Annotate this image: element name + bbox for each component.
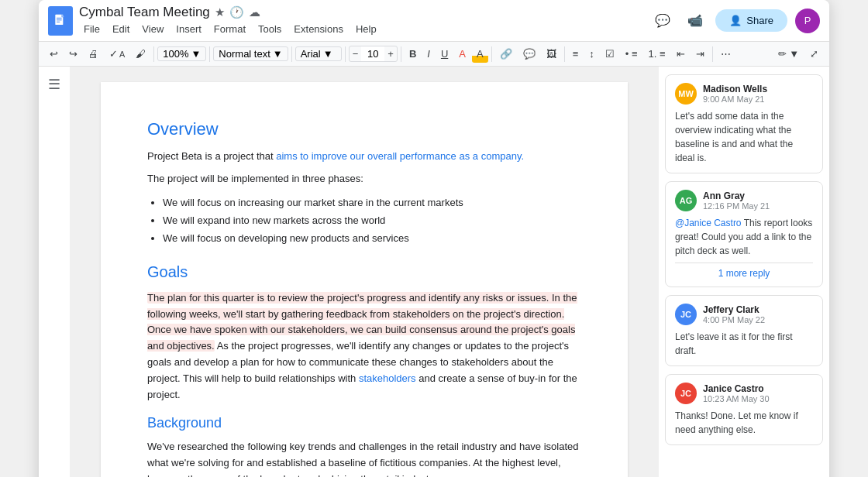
underline-button[interactable]: U: [436, 45, 453, 63]
background-text: We've researched the following key trend…: [147, 439, 581, 477]
comment-header-2: AG Ann Gray 12:16 PM May 21: [675, 190, 813, 211]
italic-button[interactable]: I: [422, 45, 435, 63]
doc-page: Overview Project Beta is a project that …: [101, 82, 628, 477]
editing-mode-button[interactable]: ✏ ▼: [773, 45, 804, 63]
comment-card-4: JC Janice Castro 10:23 AM May 30 Thanks!…: [665, 374, 823, 445]
comment-avatar-1: MW: [675, 83, 697, 105]
comment-author-2: Ann Gray: [703, 190, 770, 201]
expand-button[interactable]: ⤢: [805, 45, 823, 63]
font-size-increase-button[interactable]: +: [384, 46, 397, 61]
menu-extensions[interactable]: Extensions: [289, 22, 348, 36]
undo-button[interactable]: ↩: [45, 45, 63, 63]
menu-help[interactable]: Help: [351, 22, 381, 36]
toolbar-divider-7: [564, 46, 565, 62]
overview-para1: Project Beta is a project that aims to i…: [147, 149, 581, 165]
goals-text: The plan for this quarter is to review t…: [147, 290, 581, 403]
star-icon[interactable]: ★: [215, 5, 225, 19]
style-selector[interactable]: Normal text ▼: [213, 46, 288, 61]
comment-body-2: @Janice Castro This report looks great! …: [675, 216, 813, 258]
zoom-value: 100%: [163, 48, 188, 60]
font-size-decrease-button[interactable]: −: [350, 46, 362, 61]
image-button[interactable]: 🖼: [542, 45, 561, 63]
titlebar-right: 💬 📹 👤 Share P: [650, 9, 820, 33]
font-color-button[interactable]: A: [454, 45, 470, 63]
zoom-control[interactable]: 100% ▼: [157, 46, 206, 61]
comment-header-4: JC Janice Castro 10:23 AM May 30: [675, 383, 813, 404]
zoom-chevron: ▼: [191, 48, 201, 60]
print-button[interactable]: 🖨: [84, 45, 103, 63]
more-replies-link[interactable]: 1 more reply: [675, 263, 813, 279]
toolbar-divider-4: [345, 46, 346, 62]
share-button[interactable]: 👤 Share: [715, 9, 787, 32]
svg-rect-1: [57, 17, 62, 18]
numbered-list-button[interactable]: 1. ≡: [643, 45, 670, 63]
align-button[interactable]: ≡: [568, 45, 584, 63]
highlight-button[interactable]: A: [472, 45, 488, 63]
font-size-control: − +: [349, 46, 398, 62]
comments-panel: MW Madison Wells 9:00 AM May 21 Let's ad…: [659, 67, 829, 477]
font-size-input[interactable]: [361, 46, 384, 61]
menu-format[interactable]: Format: [209, 22, 250, 36]
paint-format-button[interactable]: 🖌: [131, 45, 150, 63]
comment-time-3: 4:00 PM May 22: [703, 315, 765, 324]
comment-avatar-4: JC: [675, 383, 697, 404]
line-spacing-button[interactable]: ↕: [584, 45, 599, 63]
checklist-button[interactable]: ☑: [601, 45, 619, 63]
bullet-list-button[interactable]: • ≡: [621, 45, 642, 63]
menu-file[interactable]: File: [79, 22, 105, 36]
svg-rect-2: [57, 19, 62, 20]
comment-body-3: Let's leave it as it for the first draft…: [675, 330, 813, 358]
comment-time-1: 9:00 AM May 21: [703, 94, 767, 104]
menu-edit[interactable]: Edit: [108, 22, 134, 36]
comment-avatar-2: AG: [675, 190, 697, 211]
comment-author-1: Madison Wells: [703, 84, 767, 94]
comment-body-4: Thanks! Done. Let me know if need anythi…: [675, 409, 813, 437]
font-chevron: ▼: [323, 48, 333, 60]
background-heading: Background: [147, 415, 581, 431]
history-icon[interactable]: 🕐: [229, 5, 244, 19]
left-panel: ☰: [39, 67, 70, 477]
redo-button[interactable]: ↪: [64, 45, 82, 63]
avatar[interactable]: P: [795, 9, 820, 33]
style-value: Normal text: [219, 48, 270, 60]
comment-card-1: MW Madison Wells 9:00 AM May 21 Let's ad…: [665, 74, 823, 173]
decrease-indent-button[interactable]: ⇤: [672, 45, 690, 63]
overview-list: We will focus on increasing our market s…: [163, 194, 581, 248]
overview-heading: Overview: [147, 119, 581, 139]
menu-insert[interactable]: Insert: [171, 22, 206, 36]
list-item: We will focus on developing new products…: [163, 229, 581, 247]
comment-header-1: MW Madison Wells 9:00 AM May 21: [675, 83, 813, 105]
comment-button[interactable]: 💬: [518, 45, 540, 63]
comment-time-2: 12:16 PM May 21: [703, 201, 770, 211]
doc-title-row: Cymbal Team Meeting ★ 🕐 ☁: [79, 5, 644, 20]
more-toolbar-button[interactable]: ⋯: [716, 45, 735, 63]
link-button[interactable]: 🔗: [495, 45, 517, 63]
title-area: Cymbal Team Meeting ★ 🕐 ☁ File Edit View…: [79, 5, 644, 36]
comment-author-3: Jeffery Clark: [703, 304, 765, 315]
cloud-save-icon[interactable]: ☁: [249, 5, 260, 19]
comment-meta-2: Ann Gray 12:16 PM May 21: [703, 190, 770, 211]
comment-author-4: Janice Castro: [703, 383, 770, 394]
outline-icon[interactable]: ☰: [48, 76, 60, 93]
increase-indent-button[interactable]: ⇥: [691, 45, 709, 63]
comment-card-3: JC Jeffery Clark 4:00 PM May 22 Let's le…: [665, 295, 823, 366]
toolbar-divider-6: [491, 46, 492, 62]
comment-avatar-3: JC: [675, 304, 697, 325]
font-selector[interactable]: Arial ▼: [295, 46, 342, 61]
toolbar-divider-8: [712, 46, 713, 62]
menu-tools[interactable]: Tools: [253, 22, 286, 36]
menu-view[interactable]: View: [137, 22, 168, 36]
bold-button[interactable]: B: [405, 45, 421, 63]
google-docs-icon: [48, 6, 73, 36]
comment-card-2: AG Ann Gray 12:16 PM May 21 @Janice Cast…: [665, 181, 823, 287]
comment-mention: @Janice Castro: [675, 218, 742, 228]
doc-area[interactable]: Overview Project Beta is a project that …: [70, 67, 659, 477]
meet-icon[interactable]: 📹: [683, 9, 708, 33]
comments-icon[interactable]: 💬: [650, 9, 675, 33]
toolbar-divider-2: [209, 46, 210, 62]
toolbar: ↩ ↪ 🖨 ✓A 🖌 100% ▼ Normal text ▼ Arial ▼ …: [39, 42, 829, 67]
spellcheck-button[interactable]: ✓A: [105, 45, 129, 63]
app-window: Cymbal Team Meeting ★ 🕐 ☁ File Edit View…: [39, 0, 829, 477]
menu-bar: File Edit View Insert Format Tools Exten…: [79, 22, 644, 36]
comment-meta-3: Jeffery Clark 4:00 PM May 22: [703, 304, 765, 324]
